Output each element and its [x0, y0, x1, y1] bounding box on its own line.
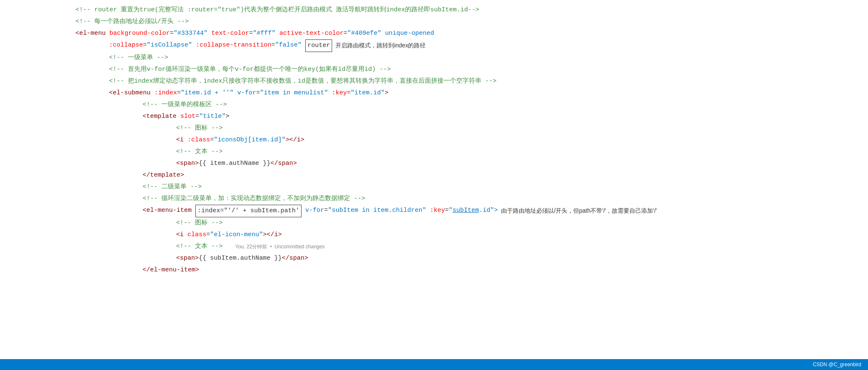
code-line-2: <!-- 每一个路由地址必须以/开头 --> [0, 16, 868, 28]
code-line-3: <el-menu background-color="#333744" text… [0, 28, 868, 39]
subitem-underline: subItem [452, 205, 479, 216]
attr-index-submenu: :index [154, 87, 177, 99]
code-line-8: <el-submenu :index="item.id + ''" v-for=… [0, 87, 868, 99]
code-line-16: <!-- 二级菜单 --> [0, 181, 868, 193]
router-boxed: router [305, 39, 332, 52]
comment-vfor: <!-- 首先用v-for循环渲染一级菜单，每个v-for都提供一个唯一的key… [109, 64, 391, 76]
router-annotation: 开启路由模式，跳转到index的路径 [332, 39, 426, 51]
status-bar: CSDN @C_greenbird [0, 359, 868, 370]
code-line-6: <!-- 首先用v-for循环渲染一级菜单，每个v-for都提供一个唯一的key… [0, 64, 868, 76]
attr-bg: background-color [109, 28, 170, 39]
attr-vfor: v-for [237, 87, 256, 99]
val-class-i: "iconsObj[item.id]" [214, 134, 286, 146]
tag-i2: <i [176, 229, 187, 241]
attr-key: :key [332, 87, 347, 99]
eq5: = [271, 39, 275, 51]
val-slot: "title" [199, 111, 226, 122]
close-template: > [226, 111, 229, 122]
tag-i: <i [176, 134, 187, 146]
code-line-9: <!-- 一级菜单的模板区 --> [0, 99, 868, 111]
code-line-11: <!-- 图标 --> [0, 122, 868, 134]
eq4: = [143, 39, 147, 51]
eq2: = [249, 28, 253, 39]
val-collapse-trans: "false" [275, 39, 305, 51]
comment-dynamic: <!-- 循环渲染二级菜单，加：实现动态数据绑定，不加则为静态数据绑定 --> [143, 193, 365, 205]
code-line-18: <el-menu-item :index="'/' + subItem.path… [0, 205, 868, 217]
attr-collapse-trans: :collapse-transition [196, 39, 271, 51]
comment-first-menu: <!-- 一级菜单 --> [109, 52, 168, 64]
tag-el-menu-item: <el-menu-item [143, 205, 195, 216]
val-class-i2: "el-icon-menu" [210, 229, 263, 241]
val-text-color: "#fff" [253, 28, 279, 39]
code-line-4: :collapse="isCollapse" :collapse-transit… [0, 39, 868, 52]
attr-class-i2: class [187, 229, 206, 241]
attr-class-i: :class [187, 134, 210, 146]
code-line-10: <template slot="title"> [0, 111, 868, 122]
comment-icon2: <!-- 图标 --> [176, 217, 223, 229]
attr-unique: unique-opened [385, 28, 434, 39]
code-line-19: <!-- 图标 --> [0, 217, 868, 229]
code-line-13: <!-- 文本 --> [0, 146, 868, 158]
code-line-22: <span>{{ subItem.authName }}</span> [0, 253, 868, 264]
close-template-tag: </template> [143, 169, 184, 181]
val-active-color: "#409efe" [347, 28, 385, 39]
eq10: = [210, 134, 214, 146]
comment-icon1: <!-- 图标 --> [176, 122, 223, 134]
val-bg: "#333744" [174, 28, 211, 39]
code-line-21: <!-- 文本 -->You, 22分钟前 • Uncommitted chan… [0, 241, 868, 253]
code-line-20: <i class="el-icon-menu"></i> [0, 229, 868, 241]
code-line-15: </template> [0, 169, 868, 181]
val-index-submenu: "item.id + ''" [181, 87, 237, 99]
attr-slot: slot [180, 111, 195, 122]
tag-template: <template [143, 111, 180, 122]
tag-span2: <span> [176, 253, 199, 264]
val-vfor: "item in menulist" [260, 87, 332, 99]
eq12: = [445, 205, 449, 216]
eq9: = [195, 111, 199, 122]
comment-template-area: <!-- 一级菜单的模板区 --> [143, 99, 227, 111]
close-span1: </span> [270, 158, 297, 169]
val-span1: {{ item.authName }} [199, 158, 270, 169]
git-uncommitted: You, 22分钟前 • Uncommitted changes [235, 241, 325, 253]
comment-router: <!-- router 重置为true(完整写法 :router="true")… [75, 4, 479, 16]
editor-area: <!-- router 重置为true(完整写法 :router="true")… [0, 0, 868, 370]
comment-index: <!-- 把index绑定动态字符串，index只接收字符串不接收数值，id是数… [109, 76, 496, 87]
code-line-5: <!-- 一级菜单 --> [0, 52, 868, 64]
comment-second-menu: <!-- 二级菜单 --> [143, 181, 202, 193]
comment-text2: <!-- 文本 --> [176, 241, 223, 253]
eq7: = [256, 87, 260, 99]
close-i: ></i> [286, 134, 304, 146]
val-collapse: "isCollapse" [147, 39, 196, 51]
eq6: = [177, 87, 181, 99]
code-line-12: <i :class="iconsObj[item.id]"></i> [0, 134, 868, 146]
tag-el-submenu: <el-submenu [109, 87, 154, 99]
space1 [301, 205, 305, 216]
val-key2b: .id"> [479, 205, 498, 216]
code-line-7: <!-- 把index绑定动态字符串，index只接收字符串不接收数值，id是数… [0, 76, 868, 87]
eq11: = [324, 205, 328, 216]
eq13: = [206, 229, 210, 241]
comment-text1: <!-- 文本 --> [176, 146, 223, 158]
close-i2: ></i> [263, 229, 282, 241]
val-key2: " [449, 205, 452, 216]
attr-key2: :key [430, 205, 445, 216]
eq3: = [343, 28, 347, 39]
index-boxed: :index="'/' + subItem.path' [195, 205, 301, 217]
close-menu-item: </el-menu-item> [143, 264, 199, 276]
code-line-17: <!-- 循环渲染二级菜单，加：实现动态数据绑定，不加则为静态数据绑定 --> [0, 193, 868, 205]
val-key: "item.id" [351, 87, 385, 99]
tag-el-menu: <el-menu [75, 28, 109, 39]
code-line-23: </el-menu-item> [0, 264, 868, 276]
eq8: = [347, 87, 351, 99]
attr-vfor2: v-for [305, 205, 324, 216]
val-span2: {{ subItem.authName }} [199, 253, 282, 264]
path-annotation: 由于路由地址必须以/开头，但path不带'/'，故需要自己添加'/' [498, 205, 657, 216]
attribution: CSDN @C_greenbird [813, 362, 861, 367]
code-line-1: <!-- router 重置为true(完整写法 :router="true")… [0, 4, 868, 16]
close-bracket: > [385, 87, 388, 99]
comment-path: <!-- 每一个路由地址必须以/开头 --> [75, 16, 189, 28]
code-line-14: <span>{{ item.authName }}</span> [0, 158, 868, 169]
attr-active-color: active-text-color [279, 28, 343, 39]
eq1: = [170, 28, 174, 39]
attr-collapse: :collapse [109, 39, 143, 51]
